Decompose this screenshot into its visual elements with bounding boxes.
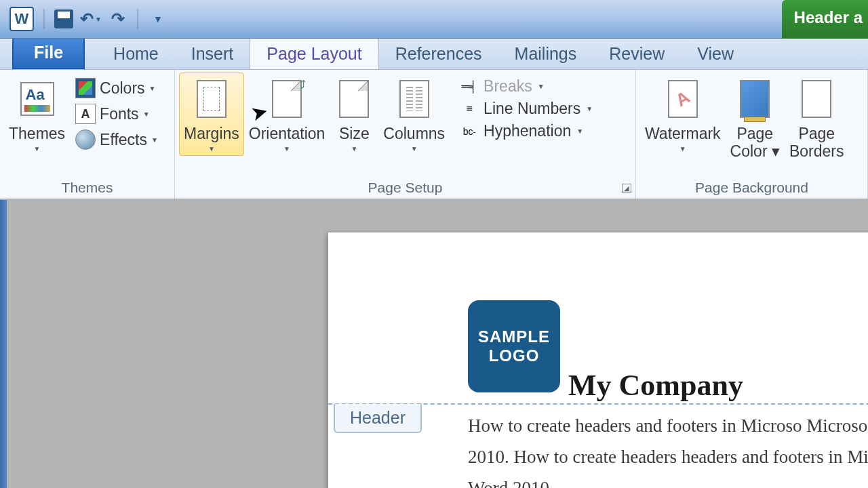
tab-home[interactable]: Home <box>97 37 175 69</box>
separator <box>43 9 45 29</box>
tab-file[interactable]: File <box>12 36 85 69</box>
size-button[interactable]: Size ▼ <box>330 73 378 156</box>
title-bar: W ↶▼ ↷ ▼ Header a <box>0 0 868 39</box>
group-page-setup: Margins ▼ ⤴ Orientation ▼ Size ▼ Columns… <box>175 70 636 199</box>
colors-icon <box>75 78 96 98</box>
watermark-button[interactable]: A Watermark ▼ <box>640 73 726 156</box>
watermark-icon: A <box>668 80 698 118</box>
page-setup-dialog-launcher[interactable]: ◢ <box>622 184 631 193</box>
page-borders-icon <box>802 80 831 118</box>
effects-button[interactable]: Effects ▼ <box>70 127 163 152</box>
fonts-button[interactable]: Fonts ▼ <box>70 101 163 127</box>
orientation-icon: ⤴ <box>272 80 302 118</box>
redo-icon: ↷ <box>111 9 125 28</box>
ribbon: Themes ▼ Colors ▼ Fonts ▼ Effects ▼ <box>0 70 868 200</box>
ribbon-tabs: File Home Insert Page Layout References … <box>0 39 868 70</box>
undo-button[interactable]: ↶▼ <box>80 8 102 30</box>
line-numbers-button[interactable]: ≡ Line Numbers ▼ <box>455 98 597 120</box>
margins-button[interactable]: Margins ▼ <box>179 73 244 156</box>
group-label: Page Background <box>640 176 863 199</box>
tab-review[interactable]: Review <box>593 37 681 69</box>
document-page[interactable]: SAMPLE LOGO My Company Header How to cre… <box>328 232 868 488</box>
hyphenation-icon: bc- <box>459 123 479 140</box>
themes-icon <box>20 82 54 116</box>
word-app-icon[interactable]: W <box>9 7 34 31</box>
columns-icon <box>399 80 429 118</box>
columns-button[interactable]: Columns ▼ <box>378 73 450 156</box>
fonts-icon <box>75 104 96 124</box>
tab-mailings[interactable]: Mailings <box>498 37 593 69</box>
tab-references[interactable]: References <box>379 37 498 69</box>
separator <box>137 9 138 29</box>
sample-logo: SAMPLE LOGO <box>468 300 560 392</box>
header-footer-context-tab[interactable]: Header a <box>782 0 868 39</box>
header-tag[interactable]: Header <box>334 404 422 433</box>
company-title: My Company <box>568 368 743 403</box>
page-color-button[interactable]: PageColor ▾ <box>726 73 785 163</box>
page-color-icon <box>740 80 770 118</box>
page-borders-button[interactable]: PageBorders <box>785 73 849 163</box>
tab-view[interactable]: View <box>681 37 750 69</box>
hyphenation-button[interactable]: bc- Hyphenation ▼ <box>455 120 597 142</box>
breaks-icon: ═╡ <box>459 79 479 95</box>
breaks-button[interactable]: ═╡ Breaks ▼ <box>455 75 597 98</box>
save-icon <box>54 9 73 28</box>
group-label: Themes <box>4 176 170 199</box>
ruler-edge <box>0 200 7 488</box>
line-numbers-icon: ≡ <box>459 101 479 117</box>
group-label: Page Setup <box>179 176 631 199</box>
document-area: SAMPLE LOGO My Company Header How to cre… <box>0 200 868 488</box>
save-button[interactable] <box>53 8 75 30</box>
tab-insert[interactable]: Insert <box>175 37 250 69</box>
body-text: How to create headers and footers in Mic… <box>468 410 868 488</box>
tab-page-layout[interactable]: Page Layout <box>250 37 378 69</box>
size-icon <box>339 80 369 118</box>
group-page-background: A Watermark ▼ PageColor ▾ PageBorders Pa… <box>636 70 868 199</box>
redo-button[interactable]: ↷ <box>107 8 129 30</box>
effects-icon <box>75 129 96 150</box>
group-themes: Themes ▼ Colors ▼ Fonts ▼ Effects ▼ <box>0 70 175 199</box>
undo-icon: ↶ <box>80 9 94 28</box>
orientation-button[interactable]: ⤴ Orientation ▼ <box>244 73 330 156</box>
themes-button[interactable]: Themes ▼ <box>4 73 70 156</box>
qat-customize-button[interactable]: ▼ <box>146 8 168 30</box>
margins-icon <box>197 80 226 118</box>
colors-button[interactable]: Colors ▼ <box>70 75 163 101</box>
